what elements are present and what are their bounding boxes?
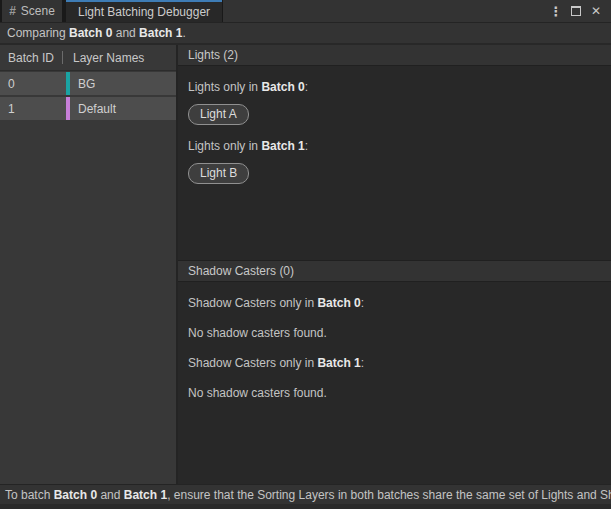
batch-list-panel: Batch ID Layer Names 0 BG 1 Default: [0, 45, 178, 484]
menu-kebab-icon[interactable]: ⋮: [549, 4, 563, 18]
footer-sentence: To batch Batch 0 and Batch 1, ensure tha…: [5, 488, 611, 502]
maximize-square: [571, 6, 581, 16]
batch-id-cell: 0: [0, 72, 66, 95]
lights-section: Lights (2) Lights only in Batch 0: Light…: [178, 45, 611, 261]
column-header-layer-names: Layer Names: [63, 51, 144, 65]
lights-batch1-label: Lights only in Batch 1:: [188, 139, 601, 153]
shadow-batch0-empty-message: No shadow casters found.: [188, 326, 601, 340]
shadow-batch0-label: Shadow Casters only in Batch 0:: [188, 296, 601, 310]
maximize-icon[interactable]: [569, 4, 583, 18]
comparing-text: Comparing Batch 0 and Batch 1.: [7, 26, 186, 40]
window-controls: ⋮ ✕: [549, 0, 611, 22]
light-batching-debugger-window: # Scene Light Batching Debugger ⋮ ✕ Comp…: [0, 0, 611, 509]
footer-help-bar: To batch Batch 0 and Batch 1, ensure tha…: [0, 484, 611, 509]
layer-name-cell: BG: [70, 72, 95, 95]
light-b-button[interactable]: Light B: [188, 163, 249, 184]
details-panel: Lights (2) Lights only in Batch 0: Light…: [178, 45, 611, 484]
scene-grid-icon: #: [9, 4, 16, 18]
tab-bar: # Scene Light Batching Debugger ⋮ ✕: [0, 0, 611, 22]
batch-row-0[interactable]: 0 BG: [0, 72, 176, 95]
shadow-batch1-empty-message: No shadow casters found.: [188, 386, 601, 400]
shadow-casters-section-body: Shadow Casters only in Batch 0: No shado…: [178, 282, 611, 400]
tab-scene-label: Scene: [21, 4, 55, 18]
tab-scene[interactable]: # Scene: [2, 0, 62, 22]
shadow-casters-section: Shadow Casters (0) Shadow Casters only i…: [178, 261, 611, 484]
shadow-batch1-label: Shadow Casters only in Batch 1:: [188, 356, 601, 370]
batch-table-header: Batch ID Layer Names: [0, 45, 176, 71]
batch-row-1[interactable]: 1 Default: [0, 97, 176, 120]
shadow-casters-section-header: Shadow Casters (0): [178, 261, 611, 282]
tab-light-batching-debugger-label: Light Batching Debugger: [78, 5, 210, 19]
layer-name-cell: Default: [70, 97, 116, 120]
lights-batch0-label: Lights only in Batch 0:: [188, 80, 601, 94]
comparing-status-bar: Comparing Batch 0 and Batch 1.: [0, 22, 611, 43]
footer-help-text: To batch Batch 0 and Batch 1, ensure tha…: [0, 484, 611, 504]
tab-light-batching-debugger[interactable]: Light Batching Debugger: [66, 0, 222, 22]
batch-id-cell: 1: [0, 97, 66, 120]
lights-section-header: Lights (2): [178, 45, 611, 66]
close-icon[interactable]: ✕: [589, 4, 603, 18]
light-a-button[interactable]: Light A: [188, 104, 249, 125]
column-header-batch-id: Batch ID: [0, 51, 62, 65]
footer-bottom-strip: [0, 504, 611, 509]
lights-section-body: Lights only in Batch 0: Light A Lights o…: [178, 66, 611, 198]
main-content: Batch ID Layer Names 0 BG 1 Default Ligh…: [0, 43, 611, 484]
